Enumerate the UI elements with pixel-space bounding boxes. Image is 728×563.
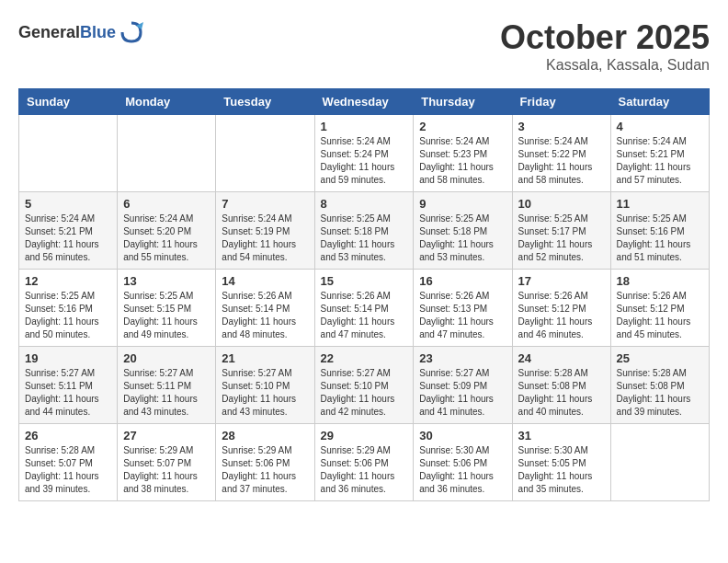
day-cell-5: 5Sunrise: 5:24 AM Sunset: 5:21 PM Daylig… bbox=[19, 192, 118, 270]
day-number: 14 bbox=[222, 274, 308, 288]
day-info: Sunrise: 5:27 AM Sunset: 5:11 PM Dayligh… bbox=[123, 367, 210, 419]
day-number: 28 bbox=[222, 429, 308, 442]
day-number: 25 bbox=[617, 351, 703, 365]
weekday-header-monday: Monday bbox=[118, 89, 216, 115]
day-info: Sunrise: 5:27 AM Sunset: 5:10 PM Dayligh… bbox=[321, 367, 408, 419]
day-info: Sunrise: 5:24 AM Sunset: 5:24 PM Dayligh… bbox=[321, 135, 408, 187]
day-number: 5 bbox=[25, 197, 111, 211]
week-row-5: 26Sunrise: 5:28 AM Sunset: 5:07 PM Dayli… bbox=[19, 424, 710, 501]
logo: GeneralBlue bbox=[18, 18, 145, 46]
location-title: Kassala, Kassala, Sudan bbox=[500, 57, 710, 74]
empty-cell bbox=[216, 115, 314, 192]
day-info: Sunrise: 5:30 AM Sunset: 5:05 PM Dayligh… bbox=[518, 444, 605, 496]
calendar-table: SundayMondayTuesdayWednesdayThursdayFrid… bbox=[18, 88, 710, 501]
day-number: 27 bbox=[123, 429, 210, 442]
day-info: Sunrise: 5:24 AM Sunset: 5:23 PM Dayligh… bbox=[419, 135, 506, 187]
day-cell-29: 29Sunrise: 5:29 AM Sunset: 5:06 PM Dayli… bbox=[314, 424, 414, 501]
day-info: Sunrise: 5:24 AM Sunset: 5:21 PM Dayligh… bbox=[25, 213, 111, 264]
day-number: 23 bbox=[419, 351, 506, 365]
day-info: Sunrise: 5:25 AM Sunset: 5:18 PM Dayligh… bbox=[321, 213, 408, 264]
day-cell-9: 9Sunrise: 5:25 AM Sunset: 5:18 PM Daylig… bbox=[414, 192, 512, 270]
day-info: Sunrise: 5:29 AM Sunset: 5:06 PM Dayligh… bbox=[222, 444, 308, 496]
day-number: 10 bbox=[518, 197, 605, 211]
day-info: Sunrise: 5:25 AM Sunset: 5:16 PM Dayligh… bbox=[617, 213, 703, 264]
day-info: Sunrise: 5:28 AM Sunset: 5:08 PM Dayligh… bbox=[518, 367, 605, 419]
day-info: Sunrise: 5:25 AM Sunset: 5:15 PM Dayligh… bbox=[123, 290, 210, 341]
day-info: Sunrise: 5:24 AM Sunset: 5:20 PM Dayligh… bbox=[123, 213, 210, 264]
day-number: 7 bbox=[222, 197, 308, 211]
day-cell-6: 6Sunrise: 5:24 AM Sunset: 5:20 PM Daylig… bbox=[118, 192, 216, 270]
empty-cell bbox=[118, 115, 216, 192]
week-row-2: 5Sunrise: 5:24 AM Sunset: 5:21 PM Daylig… bbox=[19, 192, 710, 270]
day-number: 19 bbox=[25, 351, 111, 365]
day-number: 31 bbox=[518, 429, 605, 442]
day-number: 18 bbox=[617, 274, 703, 288]
day-info: Sunrise: 5:24 AM Sunset: 5:19 PM Dayligh… bbox=[222, 213, 308, 264]
day-info: Sunrise: 5:24 AM Sunset: 5:22 PM Dayligh… bbox=[518, 135, 605, 187]
day-number: 22 bbox=[321, 351, 408, 365]
day-info: Sunrise: 5:27 AM Sunset: 5:11 PM Dayligh… bbox=[25, 367, 111, 419]
weekday-header-thursday: Thursday bbox=[414, 89, 512, 115]
day-info: Sunrise: 5:25 AM Sunset: 5:16 PM Dayligh… bbox=[25, 290, 111, 341]
day-cell-22: 22Sunrise: 5:27 AM Sunset: 5:10 PM Dayli… bbox=[314, 347, 414, 424]
day-info: Sunrise: 5:25 AM Sunset: 5:17 PM Dayligh… bbox=[518, 213, 605, 264]
day-number: 26 bbox=[25, 429, 111, 442]
weekday-header-tuesday: Tuesday bbox=[216, 89, 314, 115]
day-cell-26: 26Sunrise: 5:28 AM Sunset: 5:07 PM Dayli… bbox=[19, 424, 118, 501]
day-cell-18: 18Sunrise: 5:26 AM Sunset: 5:12 PM Dayli… bbox=[610, 270, 709, 347]
day-number: 6 bbox=[123, 197, 210, 211]
day-cell-20: 20Sunrise: 5:27 AM Sunset: 5:11 PM Dayli… bbox=[118, 347, 216, 424]
day-number: 3 bbox=[518, 120, 605, 133]
day-info: Sunrise: 5:27 AM Sunset: 5:09 PM Dayligh… bbox=[419, 367, 506, 419]
day-cell-8: 8Sunrise: 5:25 AM Sunset: 5:18 PM Daylig… bbox=[314, 192, 414, 270]
day-cell-25: 25Sunrise: 5:28 AM Sunset: 5:08 PM Dayli… bbox=[610, 347, 709, 424]
day-cell-3: 3Sunrise: 5:24 AM Sunset: 5:22 PM Daylig… bbox=[512, 115, 610, 192]
day-number: 9 bbox=[419, 197, 506, 211]
day-cell-12: 12Sunrise: 5:25 AM Sunset: 5:16 PM Dayli… bbox=[19, 270, 118, 347]
day-cell-31: 31Sunrise: 5:30 AM Sunset: 5:05 PM Dayli… bbox=[512, 424, 610, 501]
day-number: 30 bbox=[419, 429, 506, 442]
day-cell-1: 1Sunrise: 5:24 AM Sunset: 5:24 PM Daylig… bbox=[314, 115, 414, 192]
day-info: Sunrise: 5:28 AM Sunset: 5:07 PM Dayligh… bbox=[25, 444, 111, 496]
page-header: GeneralBlue October 2025 Kassala, Kassal… bbox=[18, 18, 710, 74]
day-number: 15 bbox=[321, 274, 408, 288]
day-info: Sunrise: 5:27 AM Sunset: 5:10 PM Dayligh… bbox=[222, 367, 308, 419]
logo-icon bbox=[118, 18, 145, 46]
empty-cell bbox=[19, 115, 118, 192]
day-number: 29 bbox=[321, 429, 408, 442]
weekday-header-friday: Friday bbox=[512, 89, 610, 115]
day-number: 20 bbox=[123, 351, 210, 365]
week-row-4: 19Sunrise: 5:27 AM Sunset: 5:11 PM Dayli… bbox=[19, 347, 710, 424]
week-row-1: 1Sunrise: 5:24 AM Sunset: 5:24 PM Daylig… bbox=[19, 115, 710, 192]
day-info: Sunrise: 5:30 AM Sunset: 5:06 PM Dayligh… bbox=[419, 444, 506, 496]
month-title: October 2025 bbox=[500, 18, 710, 57]
day-info: Sunrise: 5:26 AM Sunset: 5:12 PM Dayligh… bbox=[617, 290, 703, 341]
day-cell-11: 11Sunrise: 5:25 AM Sunset: 5:16 PM Dayli… bbox=[610, 192, 709, 270]
day-cell-7: 7Sunrise: 5:24 AM Sunset: 5:19 PM Daylig… bbox=[216, 192, 314, 270]
day-info: Sunrise: 5:26 AM Sunset: 5:12 PM Dayligh… bbox=[518, 290, 605, 341]
day-cell-27: 27Sunrise: 5:29 AM Sunset: 5:07 PM Dayli… bbox=[118, 424, 216, 501]
day-info: Sunrise: 5:24 AM Sunset: 5:21 PM Dayligh… bbox=[617, 135, 703, 187]
empty-cell bbox=[610, 424, 709, 501]
day-info: Sunrise: 5:26 AM Sunset: 5:13 PM Dayligh… bbox=[419, 290, 506, 341]
day-number: 21 bbox=[222, 351, 308, 365]
day-cell-15: 15Sunrise: 5:26 AM Sunset: 5:14 PM Dayli… bbox=[314, 270, 414, 347]
weekday-header-sunday: Sunday bbox=[19, 89, 118, 115]
day-cell-24: 24Sunrise: 5:28 AM Sunset: 5:08 PM Dayli… bbox=[512, 347, 610, 424]
week-row-3: 12Sunrise: 5:25 AM Sunset: 5:16 PM Dayli… bbox=[19, 270, 710, 347]
day-info: Sunrise: 5:26 AM Sunset: 5:14 PM Dayligh… bbox=[321, 290, 408, 341]
weekday-header-row: SundayMondayTuesdayWednesdayThursdayFrid… bbox=[19, 89, 710, 115]
day-number: 12 bbox=[25, 274, 111, 288]
day-info: Sunrise: 5:29 AM Sunset: 5:06 PM Dayligh… bbox=[321, 444, 408, 496]
day-number: 24 bbox=[518, 351, 605, 365]
day-cell-13: 13Sunrise: 5:25 AM Sunset: 5:15 PM Dayli… bbox=[118, 270, 216, 347]
day-cell-17: 17Sunrise: 5:26 AM Sunset: 5:12 PM Dayli… bbox=[512, 270, 610, 347]
day-info: Sunrise: 5:28 AM Sunset: 5:08 PM Dayligh… bbox=[617, 367, 703, 419]
day-number: 16 bbox=[419, 274, 506, 288]
weekday-header-saturday: Saturday bbox=[610, 89, 709, 115]
day-cell-21: 21Sunrise: 5:27 AM Sunset: 5:10 PM Dayli… bbox=[216, 347, 314, 424]
day-number: 17 bbox=[518, 274, 605, 288]
day-number: 2 bbox=[419, 120, 506, 133]
day-cell-19: 19Sunrise: 5:27 AM Sunset: 5:11 PM Dayli… bbox=[19, 347, 118, 424]
logo-text-general: General bbox=[18, 23, 80, 41]
